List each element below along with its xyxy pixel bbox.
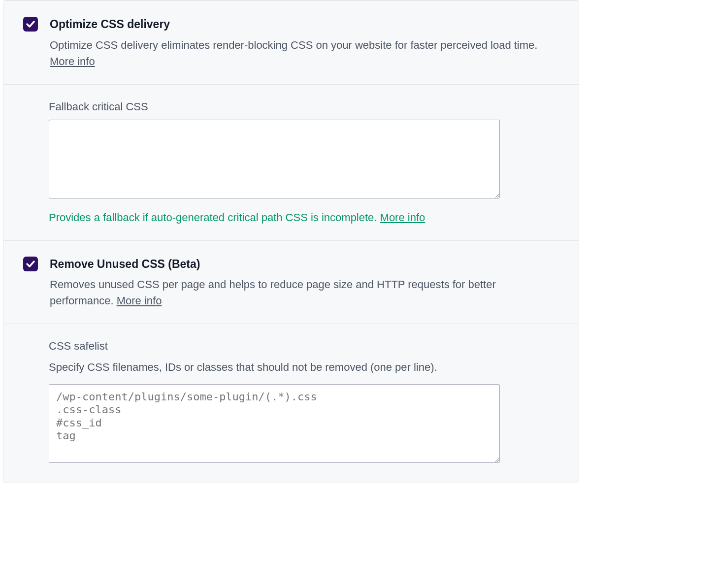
optimize-css-desc-text: Optimize CSS delivery eliminates render-…: [50, 39, 537, 51]
optimize-css-description: Optimize CSS delivery eliminates render-…: [50, 37, 559, 69]
css-safelist-textarea[interactable]: [49, 384, 500, 463]
check-icon: [26, 260, 35, 268]
fallback-css-more-link[interactable]: More info: [380, 211, 425, 224]
optimize-css-title: Optimize CSS delivery: [50, 16, 559, 33]
settings-panel: Optimize CSS delivery Optimize CSS deliv…: [3, 0, 579, 483]
option-row-remove-unused-css: Remove Unused CSS (Beta) Removes unused …: [3, 240, 579, 324]
fallback-css-section: Fallback critical CSS Provides a fallbac…: [3, 84, 579, 240]
check-icon: [26, 20, 35, 29]
fallback-css-help-text: Provides a fallback if auto-generated cr…: [49, 211, 380, 224]
optimize-css-more-link[interactable]: More info: [50, 55, 95, 67]
css-safelist-title: CSS safelist: [49, 338, 559, 354]
fallback-css-help: Provides a fallback if auto-generated cr…: [49, 209, 559, 226]
remove-unused-css-more-link[interactable]: More info: [117, 294, 162, 307]
fallback-css-textarea[interactable]: [49, 120, 500, 198]
optimize-css-checkbox[interactable]: [23, 17, 38, 32]
css-safelist-help: Specify CSS filenames, IDs or classes th…: [49, 359, 559, 375]
fallback-css-title: Fallback critical CSS: [49, 98, 559, 115]
css-safelist-section: CSS safelist Specify CSS filenames, IDs …: [3, 324, 579, 483]
option-row-optimize-css: Optimize CSS delivery Optimize CSS deliv…: [3, 0, 579, 84]
optimize-css-content: Optimize CSS delivery Optimize CSS deliv…: [50, 16, 559, 69]
remove-unused-css-checkbox[interactable]: [23, 257, 38, 271]
remove-unused-css-description: Removes unused CSS per page and helps to…: [50, 276, 559, 309]
remove-unused-css-title: Remove Unused CSS (Beta): [50, 256, 559, 273]
remove-unused-css-content: Remove Unused CSS (Beta) Removes unused …: [50, 256, 559, 309]
